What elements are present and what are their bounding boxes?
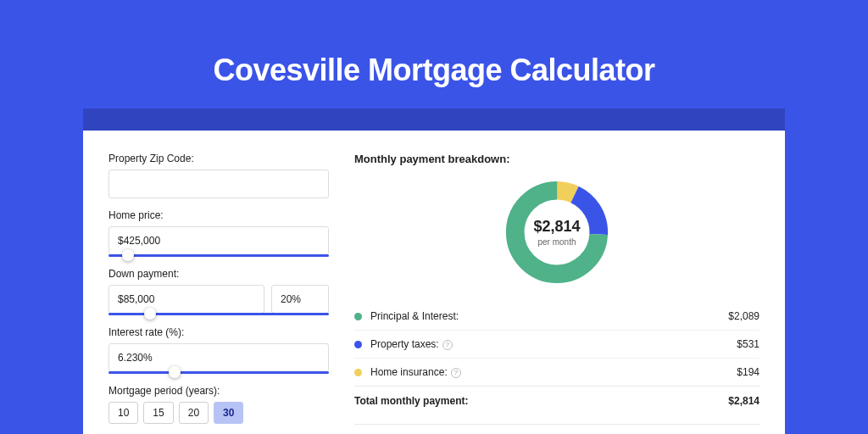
period-label: Mortgage period (years): [108, 385, 329, 397]
total-label: Total monthly payment: [354, 395, 728, 407]
rate-label: Interest rate (%): [108, 326, 329, 338]
legend-row: Principal & Interest:$2,089 [354, 303, 760, 331]
legend-dot [354, 369, 362, 376]
legend-value: $194 [737, 366, 760, 378]
calculator-card: Property Zip Code: Home price: Down paym… [83, 131, 785, 434]
donut-sublabel: per month [533, 237, 580, 247]
total-row: Total monthly payment: $2,814 [354, 386, 760, 415]
legend-dot [354, 313, 362, 320]
amortization-section: Amortization for mortgage loan Amortizat… [354, 424, 760, 434]
down-amount-input[interactable] [108, 285, 264, 314]
price-input[interactable] [108, 226, 329, 255]
legend-row: Property taxes:?$531 [354, 331, 760, 359]
period-option-15[interactable]: 15 [143, 402, 173, 424]
down-group: Down payment: [108, 268, 329, 315]
period-group: Mortgage period (years): 10152030 [108, 385, 329, 424]
down-slider-thumb[interactable] [144, 308, 156, 320]
legend-label: Principal & Interest: [370, 310, 728, 322]
period-option-10[interactable]: 10 [108, 402, 138, 424]
legend-label: Home insurance:? [370, 366, 737, 378]
legend-value: $2,089 [728, 310, 760, 322]
zip-group: Property Zip Code: [108, 153, 329, 198]
info-icon[interactable]: ? [451, 368, 461, 378]
price-group: Home price: [108, 209, 329, 257]
legend-value: $531 [737, 338, 760, 350]
price-slider[interactable] [108, 254, 329, 257]
down-percent-input[interactable] [271, 285, 329, 314]
rate-slider[interactable] [108, 371, 329, 374]
period-option-30[interactable]: 30 [214, 402, 243, 424]
price-slider-thumb[interactable] [122, 249, 134, 261]
price-label: Home price: [108, 209, 329, 221]
total-value: $2,814 [728, 395, 760, 407]
donut-amount: $2,814 [533, 218, 580, 236]
page-title: Covesville Mortgage Calculator [0, 0, 868, 103]
breakdown-title: Monthly payment breakdown: [354, 153, 760, 165]
down-label: Down payment: [108, 268, 329, 280]
zip-input[interactable] [108, 170, 329, 198]
form-panel: Property Zip Code: Home price: Down paym… [108, 153, 329, 434]
rate-input[interactable] [108, 343, 329, 372]
rate-group: Interest rate (%): [108, 326, 329, 374]
donut-chart: $2,814 per month [354, 177, 760, 287]
breakdown-legend: Principal & Interest:$2,089Property taxe… [354, 303, 760, 386]
zip-label: Property Zip Code: [108, 153, 329, 164]
legend-label: Property taxes:? [370, 338, 737, 350]
info-icon[interactable]: ? [442, 340, 453, 350]
down-slider[interactable] [108, 313, 329, 315]
period-option-20[interactable]: 20 [179, 402, 209, 424]
rate-slider-thumb[interactable] [169, 366, 181, 378]
breakdown-panel: Monthly payment breakdown: $2,814 per mo… [354, 153, 760, 434]
legend-row: Home insurance:?$194 [354, 359, 760, 386]
period-options: 10152030 [108, 402, 329, 424]
legend-dot [354, 341, 362, 348]
